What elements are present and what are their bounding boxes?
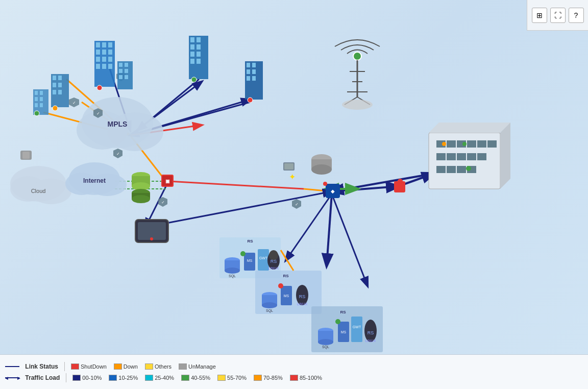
svg-text:GWT: GWT [259,256,268,260]
svg-rect-50 [53,83,56,87]
svg-text:LINUX: LINUX [268,266,279,270]
svg-rect-90 [247,69,250,74]
svg-point-86 [191,77,197,82]
svg-rect-121 [436,166,446,173]
svg-rect-48 [53,76,56,80]
svg-rect-114 [447,140,456,148]
svg-line-17 [327,194,332,265]
svg-rect-60 [96,50,100,55]
svg-text:MS: MS [247,259,253,262]
svg-point-171 [278,283,283,288]
svg-rect-84 [190,59,194,64]
svg-rect-127 [487,140,497,148]
svg-point-159 [240,251,246,256]
svg-text:LINUX: LINUX [365,339,376,343]
svg-text:Internet: Internet [83,177,106,184]
svg-rect-63 [96,57,100,62]
svg-marker-112 [500,123,510,189]
shutdown-legend: ShutDown [71,363,107,370]
toolbar: ⊞ ⛶ ? [527,0,588,31]
help-button[interactable]: ? [569,8,584,23]
svg-rect-38 [22,152,30,159]
svg-text:RS: RS [368,330,374,335]
svg-text:▣: ▣ [165,179,170,184]
svg-point-149 [225,268,240,274]
svg-text:RS: RS [340,310,346,314]
traffic-25-40: 25-40% [145,375,174,381]
legend-bar: Link Status ShutDown Down Others UnManag… [0,354,588,389]
svg-point-54 [53,106,58,111]
svg-rect-41 [40,91,43,95]
t2-color [145,375,153,381]
svg-rect-75 [119,75,122,79]
svg-text:SQL: SQL [266,309,273,313]
svg-point-164 [262,302,277,308]
link-status-row: Link Status ShutDown Down Others UnManag… [5,362,583,371]
traffic-40-55: 40-55% [181,375,210,381]
svg-marker-111 [429,123,510,133]
svg-text:RS: RS [299,294,306,299]
svg-text:SQL: SQL [322,345,329,349]
svg-text:✓: ✓ [295,202,299,207]
svg-rect-140 [284,163,293,169]
svg-rect-59 [108,42,112,47]
svg-rect-67 [102,64,106,69]
t3-color [181,375,189,381]
svg-rect-43 [40,97,43,101]
svg-rect-85 [197,59,201,64]
svg-rect-89 [252,63,256,67]
svg-rect-72 [125,63,128,67]
svg-text:RS: RS [283,274,289,278]
svg-point-46 [34,111,39,116]
svg-rect-58 [102,42,106,47]
svg-rect-61 [102,50,106,55]
svg-text:LINUX: LINUX [297,302,308,306]
svg-rect-44 [35,103,38,107]
svg-rect-92 [247,76,250,81]
expand-button[interactable]: ⛶ [550,8,566,23]
svg-rect-42 [35,97,38,101]
down-legend: Down [114,363,138,370]
svg-point-108 [323,182,327,186]
svg-point-128 [442,142,446,146]
svg-text:MPLS: MPLS [108,120,128,128]
svg-text:GWT: GWT [353,325,361,329]
svg-point-191 [398,179,403,184]
svg-text:✓: ✓ [72,101,76,105]
svg-rect-80 [190,44,194,50]
svg-rect-180 [351,317,362,342]
svg-text:RS: RS [247,239,253,244]
svg-point-129 [462,142,467,146]
unmanage-legend: UnManage [179,363,216,370]
t5-color [254,375,262,381]
network-canvas: Cloud Internet MPLS [0,0,588,357]
traffic-arrow: ► ◄ [5,377,19,378]
svg-point-176 [318,339,333,345]
svg-line-22 [145,191,332,227]
svg-rect-153 [258,249,269,271]
svg-rect-122 [447,166,456,173]
svg-rect-93 [252,76,256,81]
t0-color [72,375,81,381]
svg-point-94 [248,98,253,103]
svg-rect-79 [197,37,201,42]
svg-line-18 [332,194,368,286]
link-status-line [5,366,19,367]
svg-rect-82 [190,52,194,57]
svg-rect-65 [108,57,112,62]
others-color [145,363,153,370]
svg-rect-126 [477,153,486,160]
svg-rect-91 [252,69,256,74]
t6-color [290,375,298,381]
svg-text:SQL: SQL [229,274,236,278]
svg-rect-123 [457,166,466,173]
svg-point-69 [97,85,102,90]
svg-rect-118 [447,153,456,160]
traffic-85-100: 85-100% [290,375,322,381]
svg-text:◆: ◆ [331,188,335,194]
svg-rect-73 [119,69,122,73]
toggle-button[interactable]: ⊞ [532,8,547,23]
svg-rect-40 [35,91,38,95]
svg-text:MS: MS [284,294,289,298]
svg-rect-62 [108,50,112,55]
